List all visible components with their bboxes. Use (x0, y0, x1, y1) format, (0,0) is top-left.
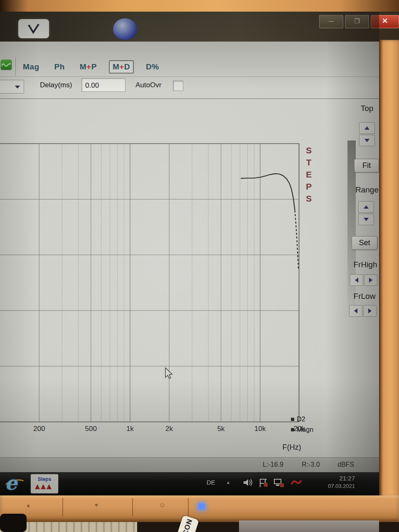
ie-taskbar-button[interactable]: e (0, 472, 29, 495)
steps-letter: T (303, 158, 315, 167)
action-center-flag-icon[interactable] (259, 478, 268, 488)
internet-explorer-icon: e (5, 473, 17, 493)
left-arrow-icon (355, 278, 358, 283)
clock-time: 21:27 (301, 475, 355, 482)
autoovr-checkbox[interactable] (173, 81, 183, 91)
level-unit: dBFS (337, 461, 354, 468)
x-tick-label: 1k (118, 425, 142, 433)
tray-clock[interactable]: 21:27 07.03.2021 (301, 475, 355, 489)
mouse-cursor (165, 367, 174, 380)
magnitude-curve (295, 210, 298, 270)
x-tick-label: 500 (79, 425, 103, 433)
frequency-response-plot (0, 143, 301, 424)
left-level-value: L:-16.9 (263, 461, 283, 468)
steps-thumbnail-icon (35, 484, 52, 489)
up-arrow-icon (365, 126, 369, 130)
steps-letter: E (303, 170, 315, 180)
left-arrow-icon (354, 308, 357, 313)
steps-taskbar-label: Steps (31, 476, 58, 482)
steps-letter: S (303, 194, 315, 204)
desktop-icon[interactable] (18, 19, 49, 38)
speaker-icon[interactable] (243, 478, 254, 487)
x-tick-label: 200 (27, 425, 51, 433)
frhigh-left-button[interactable] (350, 274, 363, 286)
range-down-button[interactable] (358, 214, 374, 225)
steps-letter: S (303, 145, 315, 155)
monitor-bezel-top (0, 0, 399, 12)
delay-label: Delay(ms) (40, 81, 72, 89)
language-indicator[interactable]: DE (207, 479, 215, 486)
bezel-up-button: ▲ (24, 501, 32, 510)
view-button-mag[interactable]: Mag (20, 61, 42, 73)
divider (0, 99, 379, 99)
view-button-ph[interactable]: Ph (52, 61, 68, 73)
maximize-button[interactable]: ❐ (345, 15, 369, 28)
right-arrow-icon (369, 278, 372, 283)
photo-of-monitor: ─ ❐ ✕ MagPhM+PM+DD% Delay(ms) 0.00 AutoO… (0, 0, 399, 532)
delay-input[interactable]: 0.00 (81, 78, 126, 92)
waveform-icon (1, 60, 12, 70)
steps-taskbar-button[interactable]: Steps (31, 474, 58, 493)
set-button[interactable]: Set (352, 236, 377, 250)
clock-date: 07.03.2021 (301, 483, 355, 489)
bezel-down-button: ▼ (92, 501, 101, 510)
fit-button[interactable]: Fit (354, 159, 379, 172)
view-button-d%[interactable]: D% (143, 61, 162, 73)
network-icon[interactable] (273, 478, 284, 488)
minimize-button[interactable]: ─ (319, 15, 343, 28)
magnitude-curve (241, 174, 295, 210)
divider (0, 76, 379, 77)
legend-entry: D2 (291, 416, 313, 423)
up-arrow-icon (364, 205, 369, 209)
x-axis-label: F(Hz) (267, 443, 317, 452)
power-led (199, 503, 205, 510)
x-tick-label: 2k (158, 425, 181, 433)
toolbar-separator (15, 57, 16, 76)
x-tick-label: 10k (249, 425, 272, 433)
frlow-right-button[interactable] (363, 305, 377, 317)
x-tick-label: 5k (209, 425, 233, 433)
channel-dropdown[interactable] (0, 80, 24, 94)
frhigh-right-button[interactable] (364, 274, 377, 286)
view-mode-buttons: MagPhM+PM+DD% (20, 58, 162, 76)
steps-logo-text: STEPS (303, 145, 315, 204)
right-arrow-icon (368, 308, 372, 313)
view-button-m+d[interactable]: M+D (109, 60, 134, 74)
chevron-down-icon (15, 86, 20, 89)
checkmark-icon (27, 23, 40, 34)
desktop-icon-sphere[interactable] (113, 18, 137, 40)
monitor-bezel-right (379, 40, 399, 497)
close-button[interactable]: ✕ (371, 15, 399, 28)
right-level-value: R:-3.0 (302, 461, 320, 468)
autoovr-label: AutoOvr (135, 81, 161, 89)
frlow-left-button[interactable] (349, 305, 362, 317)
taskbar: e Steps DE ▲ 21:27 07.03.2021 (0, 472, 379, 495)
bezel-button-divider (62, 498, 63, 516)
antivirus-umbrella-icon[interactable] (291, 478, 302, 487)
shelf (239, 520, 379, 532)
bezel-power-button: ⏻ (158, 501, 166, 510)
cable-shadow (0, 514, 27, 532)
bezel-button-divider (188, 498, 189, 516)
steps-letter: P (303, 182, 315, 192)
view-button-m+p[interactable]: M+P (77, 61, 100, 73)
top-up-button[interactable] (359, 122, 375, 134)
cable-label: CON (181, 518, 195, 532)
steps-app-window: MagPhM+PM+DD% Delay(ms) 0.00 AutoOvr STE… (0, 42, 379, 472)
hidden-icons-chevron[interactable]: ▲ (226, 480, 230, 485)
status-bar: L:-16.9 R:-3.0 dBFS (0, 457, 379, 473)
down-arrow-icon (364, 218, 369, 221)
bezel-button-divider (132, 498, 133, 516)
top-down-button[interactable] (359, 135, 375, 146)
range-up-button[interactable] (358, 201, 374, 213)
legend-marker-icon (291, 418, 294, 421)
x-tick-label: 20k (288, 425, 311, 433)
down-arrow-icon (365, 139, 369, 142)
